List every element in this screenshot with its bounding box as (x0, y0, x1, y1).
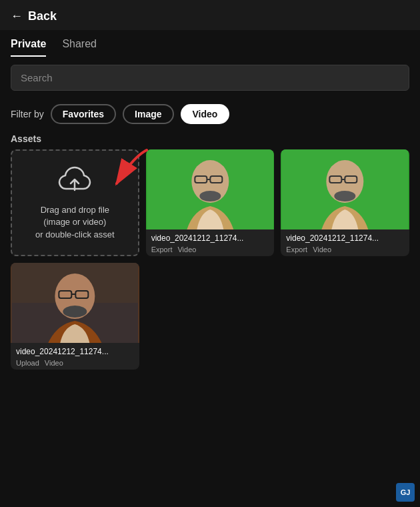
back-button[interactable]: ← (11, 9, 23, 23)
header: ← Back (0, 0, 420, 30)
drop-zone[interactable]: Drag and drop file (image or video) or d… (11, 149, 139, 256)
video-tile-3[interactable]: video_20241212_11274... Upload Video (11, 263, 139, 370)
tab-shared[interactable]: Shared (62, 38, 97, 57)
video-name-3: video_20241212_11274... (16, 347, 134, 356)
filter-image[interactable]: Image (123, 104, 173, 124)
tab-private[interactable]: Private (11, 38, 46, 57)
watermark: GJ (396, 483, 415, 502)
drop-zone-text: Drag and drop file (image or video) or d… (35, 204, 115, 241)
video-tag-type-2: Video (313, 245, 331, 254)
video-thumb-3 (11, 263, 139, 343)
video-info-3: video_20241212_11274... Upload Video (11, 343, 139, 370)
video-tags-2: Export Video (286, 245, 404, 254)
video-tag-export-1: Export (151, 245, 173, 254)
upload-icon (58, 165, 91, 199)
video-tile-1[interactable]: video_20241212_11274... Export Video (146, 149, 275, 256)
svg-point-11 (335, 191, 356, 201)
video-tag-upload-3: Upload (16, 359, 39, 367)
svg-point-5 (199, 191, 221, 201)
video-info-2: video_20241212_11274... Export Video (281, 229, 409, 256)
filter-label: Filter by (11, 109, 44, 119)
video-tag-export-2: Export (286, 245, 307, 254)
video-thumb-2 (281, 149, 409, 229)
assets-grid: Drag and drop file (image or video) or d… (0, 149, 420, 380)
tabs-container: Private Shared (0, 30, 420, 57)
video-tag-type-1: Video (177, 245, 196, 254)
video-tags-3: Upload Video (16, 359, 134, 367)
video-tile-2[interactable]: video_20241212_11274... Export Video (281, 149, 409, 256)
video-tags-1: Export Video (151, 245, 269, 254)
video-info-1: video_20241212_11274... Export Video (146, 229, 275, 256)
assets-label: Assets (0, 131, 420, 149)
filter-favorites[interactable]: Favorites (51, 104, 116, 124)
video-tag-type-3: Video (45, 359, 63, 367)
filter-video[interactable]: Video (181, 104, 230, 124)
video-name-2: video_20241212_11274... (286, 233, 404, 243)
video-name-1: video_20241212_11274... (151, 233, 269, 243)
search-input[interactable] (11, 65, 409, 91)
svg-point-18 (63, 306, 87, 318)
search-container (0, 57, 420, 99)
page-title: Back (28, 9, 57, 23)
video-thumb-1 (146, 149, 275, 229)
filter-row: Filter by Favorites Image Video (0, 99, 420, 131)
